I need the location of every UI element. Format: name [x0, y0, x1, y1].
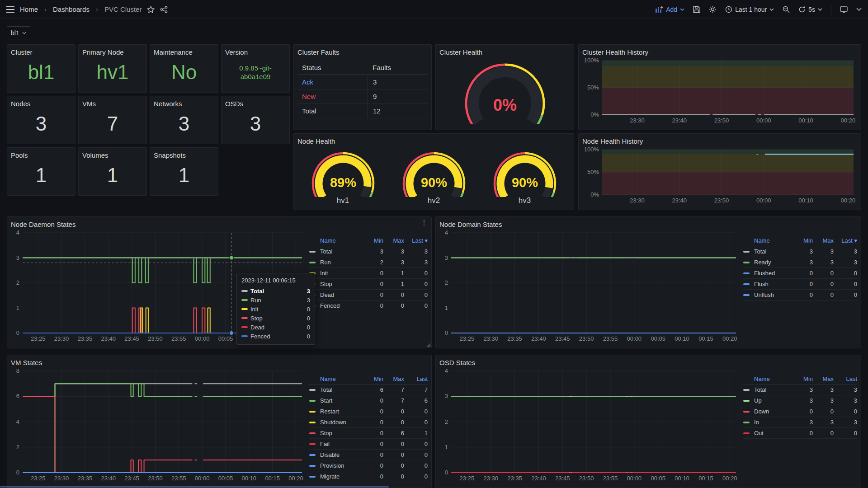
faults-col-status[interactable]: Status: [297, 61, 367, 75]
legend-series-name[interactable]: Total: [754, 248, 792, 255]
legend-col-header[interactable]: Max: [383, 375, 404, 382]
dashboard-settings-icon[interactable]: [709, 5, 717, 13]
legend-col-header[interactable]: Min: [792, 237, 813, 244]
panel-title[interactable]: Cluster Health: [439, 48, 570, 56]
panel-title[interactable]: Volumes: [82, 151, 143, 159]
legend-series-name[interactable]: Ready: [754, 259, 792, 266]
faults-total-value: 12: [367, 104, 428, 118]
legend-series-name[interactable]: Flushed: [754, 270, 792, 277]
legend-series-name[interactable]: Stop: [320, 281, 363, 287]
legend-series-name[interactable]: Provision: [320, 462, 363, 469]
legend-col-header[interactable]: Last: [404, 375, 428, 382]
panel-title[interactable]: VMs: [82, 100, 143, 108]
legend-series-name[interactable]: Disable: [320, 451, 363, 458]
svg-text:2: 2: [445, 418, 448, 425]
refresh-icon[interactable]: 5s: [798, 6, 822, 13]
panel-title[interactable]: OSDs: [225, 100, 286, 108]
legend-col-header[interactable]: Max: [813, 237, 834, 244]
legend-col-header[interactable]: Last ▾: [404, 237, 428, 244]
legend-series-name[interactable]: Dead: [320, 291, 363, 298]
panel-title[interactable]: Snapshots: [154, 151, 214, 159]
legend-row: In333: [743, 417, 857, 428]
legend-series-name[interactable]: Fenced: [320, 302, 363, 309]
legend-series-name[interactable]: Init: [320, 270, 363, 277]
legend-series-name[interactable]: Fail: [320, 441, 363, 447]
tooltip-series-name: Total: [250, 288, 307, 295]
series-color-swatch: [743, 283, 750, 285]
legend-series-name[interactable]: Flush: [754, 281, 792, 287]
panel-title[interactable]: Cluster Health History: [582, 48, 857, 56]
variable-dropdown-cluster[interactable]: bl1: [7, 26, 30, 39]
legend-series-name[interactable]: Restart: [320, 408, 363, 415]
legend-col-header[interactable]: Name: [754, 375, 792, 382]
series-color-swatch: [241, 290, 248, 292]
panel-title[interactable]: OSD States: [439, 359, 857, 366]
star-icon[interactable]: [147, 6, 155, 13]
panel-title[interactable]: Node Domain States: [439, 221, 857, 228]
legend-series-name[interactable]: Out: [754, 430, 792, 436]
panel-title[interactable]: Maintenance: [154, 48, 214, 56]
faults-table: Status Faults Ack 3 New 9 Total 12: [297, 61, 428, 118]
legend-value: 7: [404, 386, 428, 393]
faults-col-faults[interactable]: Faults: [367, 61, 428, 75]
time-range-picker[interactable]: Last 1 hour: [725, 6, 774, 13]
series-color-swatch: [743, 432, 750, 434]
breadcrumb-home[interactable]: Home: [20, 5, 38, 13]
legend-value: 0: [363, 397, 383, 404]
panel-title[interactable]: Node Health: [297, 137, 570, 145]
panel-title[interactable]: Networks: [154, 100, 214, 108]
legend-col-header[interactable]: Last: [834, 375, 857, 382]
legend-series-name[interactable]: Shutdown: [320, 419, 363, 426]
panel-title[interactable]: Pools: [11, 151, 71, 159]
breadcrumb-dashboards[interactable]: Dashboards: [53, 5, 90, 13]
panel-title[interactable]: Cluster: [11, 48, 71, 56]
faults-ack-label[interactable]: Ack: [297, 75, 367, 89]
legend-col-header[interactable]: Name: [320, 375, 363, 382]
save-dashboard-icon[interactable]: [693, 6, 700, 13]
legend-col-header[interactable]: Name: [320, 237, 363, 244]
panel-title[interactable]: Version: [225, 48, 286, 56]
panel-menu-icon[interactable]: ⋮: [420, 219, 428, 226]
svg-text:00:00: 00:00: [756, 197, 771, 204]
breadcrumb-current-dashboard[interactable]: PVC Cluster: [104, 5, 142, 13]
svg-text:00:20: 00:20: [722, 475, 737, 482]
zoom-out-icon[interactable]: [783, 6, 790, 13]
panel-title[interactable]: Cluster Faults: [297, 48, 428, 56]
legend-col-header[interactable]: Max: [813, 375, 834, 382]
legend-series-name[interactable]: Total: [320, 248, 363, 255]
legend-col-header[interactable]: Last ▾: [834, 237, 857, 244]
legend-series-name[interactable]: Unflush: [754, 291, 792, 298]
series-color-swatch: [309, 443, 316, 445]
legend-col-header[interactable]: Name: [754, 237, 792, 244]
panel-resize-handle[interactable]: [426, 343, 430, 347]
legend-series-name[interactable]: Total: [754, 386, 792, 393]
navbar-chevron-down-icon[interactable]: [856, 8, 862, 11]
legend-series-name[interactable]: Migrate: [320, 473, 363, 480]
legend-series-name[interactable]: Total: [320, 386, 363, 393]
tv-mode-icon[interactable]: [840, 6, 848, 13]
panel-version: Version 0.9.85~git-ab0a1e09: [221, 44, 290, 93]
panel-title[interactable]: Node Health History: [582, 137, 857, 145]
svg-text:3: 3: [445, 254, 448, 261]
legend-series-name[interactable]: Stop: [320, 430, 363, 436]
panel-title[interactable]: VM States: [11, 359, 428, 366]
legend-col-header[interactable]: Min: [363, 375, 383, 382]
panel-title[interactable]: Node Daemon States: [11, 221, 428, 228]
panel-title[interactable]: Primary Node: [82, 48, 143, 56]
legend-col-header[interactable]: Max: [383, 237, 404, 244]
panel-title[interactable]: Nodes: [11, 100, 71, 108]
legend-col-header[interactable]: Min: [792, 375, 813, 382]
legend-series-name[interactable]: Down: [754, 408, 792, 415]
hamburger-menu-icon[interactable]: [6, 6, 14, 13]
legend-series-name[interactable]: Start: [320, 397, 363, 404]
faults-new-label[interactable]: New: [297, 89, 367, 103]
horizontal-scrollbar[interactable]: [0, 486, 389, 488]
svg-text:23:30: 23:30: [483, 335, 498, 342]
legend-series-name[interactable]: In: [754, 419, 792, 426]
add-panel-button[interactable]: Add: [656, 6, 684, 13]
share-icon[interactable]: [160, 6, 168, 13]
legend-series-name[interactable]: Run: [320, 259, 363, 266]
legend-col-header[interactable]: Min: [363, 237, 383, 244]
legend-series-name[interactable]: Up: [754, 397, 792, 404]
chart-tooltip: 2023-12-11 00:06:15 Total3Run3Init0Stop0…: [236, 273, 315, 345]
